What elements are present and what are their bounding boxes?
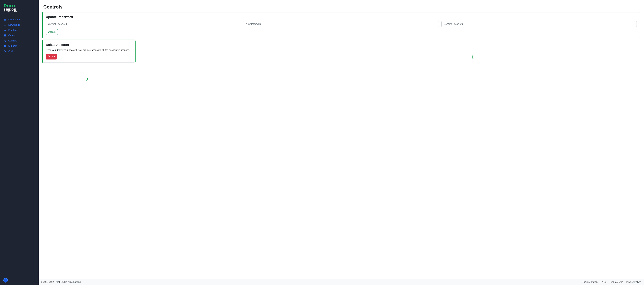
- sidebar-item-label: Cart: [8, 50, 13, 53]
- sidebar-item-label: Controls: [8, 40, 17, 42]
- brand-line1-rest: OOT: [7, 4, 16, 8]
- footer-link-documentation[interactable]: Documentation: [582, 281, 598, 283]
- delete-account-button[interactable]: Delete: [46, 54, 57, 59]
- support-icon: [4, 45, 6, 47]
- brand-logo: R OOT BRIDGE AUTOMATIONS: [2, 3, 36, 15]
- brand-line1: R OOT: [4, 4, 35, 8]
- list-icon: [4, 34, 6, 37]
- sidebar-item-label: Support: [8, 45, 16, 47]
- password-inputs-row: [46, 21, 637, 27]
- sidebar-item-downloads[interactable]: Downloads: [2, 22, 36, 28]
- app-root: R OOT BRIDGE AUTOMATIONS Dashboard Downl…: [0, 0, 644, 285]
- dashboard-icon: [4, 18, 6, 21]
- update-password-section: Update Password Update: [43, 12, 640, 38]
- svg-rect-1: [4, 20, 6, 20]
- footer: © 2023-2024 Root Bridge Automations Docu…: [39, 279, 644, 285]
- new-password-input[interactable]: [244, 21, 439, 27]
- delete-account-heading: Delete Account: [46, 43, 132, 47]
- delete-account-description: Once you delete your account, you will l…: [46, 49, 132, 52]
- user-avatar[interactable]: D: [3, 278, 8, 282]
- footer-link-faqs[interactable]: FAQs: [600, 281, 606, 283]
- footer-links: Documentation FAQs Terms of Use Privacy …: [582, 281, 641, 283]
- brand-line2: BRIDGE: [4, 8, 35, 11]
- brand-mark: R: [4, 4, 6, 8]
- brand-line3: AUTOMATIONS: [4, 11, 35, 13]
- sidebar-item-label: Purchase: [8, 29, 18, 32]
- download-icon: [4, 24, 6, 26]
- confirm-password-input[interactable]: [442, 21, 637, 27]
- annotation-leader-2: [87, 63, 88, 77]
- update-password-card: Update Password Update: [43, 12, 640, 38]
- annotation-number-1: 1: [472, 54, 474, 60]
- delete-account-card: Delete Account Once you delete your acco…: [43, 40, 135, 62]
- sidebar-item-controls[interactable]: Controls: [2, 38, 36, 43]
- avatar-area: D: [2, 277, 36, 283]
- delete-account-section: Delete Account Once you delete your acco…: [43, 40, 135, 62]
- current-password-input[interactable]: [46, 21, 241, 27]
- sidebar-item-dashboard[interactable]: Dashboard: [2, 17, 36, 22]
- sidebar-nav: Dashboard Downloads Purchase Orders: [2, 17, 36, 54]
- gear-icon: [4, 40, 6, 42]
- footer-link-privacy[interactable]: Privacy Policy: [626, 281, 641, 283]
- footer-copyright: © 2023-2024 Root Bridge Automations: [41, 281, 81, 283]
- annotation-number-2: 2: [86, 77, 88, 82]
- annotation-leader-1: [472, 38, 473, 54]
- page-title: Controls: [43, 4, 640, 10]
- avatar-initial: D: [5, 279, 6, 281]
- sidebar-item-orders[interactable]: Orders: [2, 33, 36, 38]
- update-password-heading: Update Password: [46, 15, 637, 19]
- svg-rect-0: [4, 19, 6, 19]
- main-area: Controls Update Password Update: [39, 0, 644, 285]
- svg-rect-2: [4, 20, 6, 21]
- cart-icon: [4, 50, 6, 53]
- update-password-button[interactable]: Update: [46, 29, 58, 35]
- content: Controls Update Password Update: [39, 0, 644, 279]
- sidebar-item-purchase[interactable]: Purchase: [2, 28, 36, 33]
- sidebar: R OOT BRIDGE AUTOMATIONS Dashboard Downl…: [0, 0, 39, 285]
- sidebar-item-label: Dashboard: [8, 18, 20, 21]
- footer-link-terms[interactable]: Terms of Use: [609, 281, 623, 283]
- sidebar-item-cart[interactable]: Cart: [2, 49, 36, 54]
- bag-icon: [4, 29, 6, 32]
- sidebar-item-support[interactable]: Support: [2, 43, 36, 49]
- sidebar-item-label: Orders: [8, 34, 16, 37]
- sidebar-item-label: Downloads: [8, 24, 20, 26]
